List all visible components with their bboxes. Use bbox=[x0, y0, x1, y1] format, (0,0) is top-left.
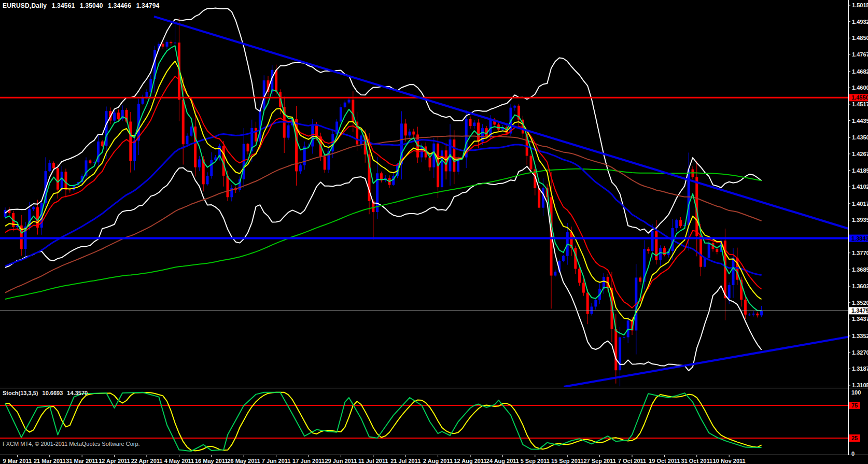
price-tick-label: 1.39350 bbox=[852, 217, 868, 223]
stoch-name: Stoch(13,3,5) bbox=[3, 390, 38, 396]
candle-body bbox=[752, 314, 755, 315]
ema-yellow bbox=[5, 61, 762, 321]
date-tick-label: 21 Jul 2011 bbox=[390, 458, 421, 464]
descending-trendline[interactable] bbox=[154, 17, 848, 229]
candle-body bbox=[299, 165, 302, 172]
candle-body bbox=[429, 158, 431, 167]
stochastic-indicator-label: Stoch(13,3,5) 10.6693 14.3570 bbox=[3, 390, 90, 396]
candle-body bbox=[659, 248, 662, 260]
candle-body bbox=[756, 314, 759, 315]
candle-body bbox=[732, 258, 735, 285]
price-tick-label: 1.48500 bbox=[852, 35, 868, 41]
candle-body bbox=[117, 113, 120, 119]
date-tick-label: 7 Jun 2011 bbox=[262, 458, 291, 464]
candle-body bbox=[513, 106, 516, 108]
candle-body bbox=[275, 70, 277, 92]
date-tick-label: 24 Aug 2011 bbox=[486, 458, 519, 464]
candle-body bbox=[206, 176, 209, 184]
candle-body bbox=[554, 272, 556, 276]
candle-body bbox=[182, 100, 185, 144]
candle-body bbox=[68, 190, 71, 190]
stoch-axis: 10007525 bbox=[849, 389, 861, 457]
candle-body bbox=[469, 119, 472, 126]
candle-body bbox=[716, 249, 718, 252]
candle-body bbox=[348, 100, 351, 102]
candle-body bbox=[101, 142, 104, 146]
stoch-level-label: 25 bbox=[851, 435, 858, 441]
candle-body bbox=[89, 160, 91, 163]
candle-body bbox=[287, 125, 290, 138]
candle-body bbox=[311, 125, 314, 147]
ascending-trendline[interactable] bbox=[564, 337, 848, 387]
price-tick-label: 1.45175 bbox=[852, 101, 868, 107]
stoch-signal-value: 14.3570 bbox=[67, 390, 88, 396]
candle-body bbox=[210, 160, 213, 176]
price-tick-label: 1.40175 bbox=[852, 201, 868, 207]
candle-body bbox=[142, 97, 144, 104]
date-tick-label: 2 Aug 2011 bbox=[423, 458, 453, 464]
candle-body bbox=[639, 277, 641, 282]
price-axis[interactable]: 1.501501.493251.485001.476751.468251.460… bbox=[848, 2, 868, 388]
price-tick-label: 1.50150 bbox=[852, 2, 868, 8]
date-tick-label: 15 Sep 2011 bbox=[551, 458, 583, 464]
price-tick-label: 1.44350 bbox=[852, 118, 868, 124]
price-tick-label: 1.32700 bbox=[852, 349, 868, 356]
price-tick-label: 1.42675 bbox=[852, 151, 868, 157]
price-tick-label: 1.43500 bbox=[852, 134, 868, 140]
candle-body bbox=[647, 249, 650, 251]
date-tick-label: 27 Sep 2011 bbox=[583, 458, 615, 464]
price-tick-label: 1.31875 bbox=[852, 365, 868, 372]
candle-body bbox=[198, 159, 201, 167]
candle-body bbox=[113, 113, 116, 120]
date-tick-label: 21 Mar 2011 bbox=[34, 458, 66, 464]
stoch-main-value: 10.6693 bbox=[43, 390, 63, 396]
candle-body bbox=[57, 168, 59, 189]
candle-body bbox=[186, 136, 189, 145]
price-marker-label: 1.45504 bbox=[851, 94, 868, 101]
ohlc-low: 1.34466 bbox=[108, 2, 131, 9]
candle-body bbox=[324, 157, 326, 170]
stoch-axis-top-label: 100 bbox=[851, 389, 861, 396]
price-tick-label: 1.31050 bbox=[852, 382, 868, 388]
symbol-ohlc-header: EURUSD,Daily 1.34561 1.35040 1.34466 1.3… bbox=[3, 2, 162, 9]
candle-body bbox=[166, 42, 169, 47]
candle-body bbox=[744, 300, 747, 315]
price-tick-label: 1.46000 bbox=[852, 85, 868, 91]
price-tick-label: 1.46825 bbox=[852, 68, 868, 75]
ohlc-open: 1.34561 bbox=[52, 2, 75, 9]
candle-body bbox=[614, 329, 617, 370]
candle-body bbox=[453, 139, 455, 172]
candle-body bbox=[162, 44, 164, 46]
chart-canvas[interactable]: 1.501501.493251.485001.476751.468251.460… bbox=[0, 0, 868, 464]
price-marker-label: 1.34794 bbox=[851, 307, 868, 314]
ohlc-close: 1.34794 bbox=[136, 2, 160, 9]
candle-body bbox=[473, 122, 475, 126]
candle-body bbox=[699, 236, 702, 266]
date-tick-label: 10 Nov 2011 bbox=[713, 458, 746, 464]
candle-body bbox=[52, 163, 55, 168]
date-tick-label: 31 Mar 2011 bbox=[66, 458, 98, 464]
candle-body bbox=[760, 311, 763, 315]
price-tick-label: 1.36850 bbox=[852, 266, 868, 273]
stoch-axis-bottom-label: 0 bbox=[851, 451, 855, 457]
mt4-chart-window: 1.501501.493251.485001.476751.468251.460… bbox=[0, 0, 868, 464]
price-marker-label: 1.38436 bbox=[851, 235, 868, 242]
date-tick-label: 7 Oct 2011 bbox=[618, 458, 646, 464]
date-tick-label: 12 Aug 2011 bbox=[454, 458, 486, 464]
date-tick-label: 17 Jun 2011 bbox=[292, 458, 325, 464]
candle-body bbox=[591, 306, 593, 314]
candle-body bbox=[708, 243, 710, 258]
candle-body bbox=[538, 188, 540, 208]
candle-body bbox=[190, 126, 192, 136]
candle-body bbox=[623, 338, 625, 338]
candle-body bbox=[344, 103, 346, 107]
candle-body bbox=[603, 277, 605, 289]
candle-body bbox=[247, 144, 249, 152]
date-tick-label: 16 May 2011 bbox=[195, 458, 228, 464]
candle-body bbox=[748, 315, 751, 315]
candle-body bbox=[619, 338, 621, 371]
candle-body bbox=[594, 300, 597, 306]
candle-body bbox=[255, 128, 257, 142]
time-axis[interactable]: 9 Mar 201121 Mar 201131 Mar 201112 Apr 2… bbox=[3, 455, 746, 464]
candle-body bbox=[227, 176, 229, 197]
